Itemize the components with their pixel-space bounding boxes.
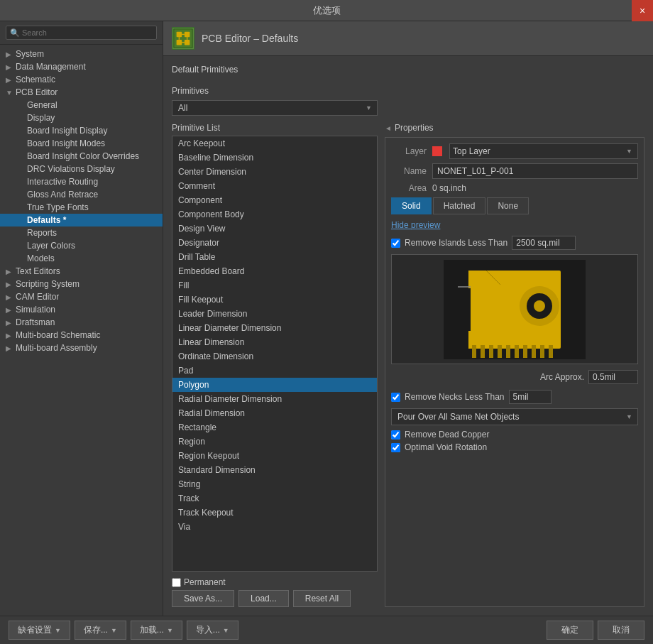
fill-tab-solid[interactable]: Solid	[391, 197, 432, 214]
list-item[interactable]: Track	[172, 491, 377, 506]
sidebar-item-system[interactable]: ▶System	[0, 48, 163, 60]
cancel-button[interactable]: 取消	[598, 621, 644, 640]
content-area: 🔍 ▶System▶Data Management▶Schematic▼PCB …	[0, 21, 653, 616]
remove-islands-input[interactable]	[512, 236, 576, 250]
close-button[interactable]: ×	[632, 0, 653, 21]
list-item[interactable]: Linear Dimension	[172, 335, 377, 349]
list-item[interactable]: Center Dimension	[172, 165, 377, 179]
list-item[interactable]: Arc Keepout	[172, 136, 377, 151]
arc-approx-input[interactable]	[588, 370, 638, 384]
search-wrapper: 🔍	[6, 26, 157, 40]
sidebar-item-text-editors[interactable]: ▶Text Editors	[0, 265, 163, 278]
sidebar-item-draftsman[interactable]: ▶Draftsman	[0, 316, 163, 329]
sidebar-item-display[interactable]: Display	[0, 111, 163, 124]
sidebar-item-multi-board-assembly[interactable]: ▶Multi-board Assembly	[0, 342, 163, 354]
list-item[interactable]: Standard Dimension	[172, 463, 377, 477]
title-bar-title: 优选项	[313, 4, 341, 17]
list-item[interactable]: Pad	[172, 364, 377, 378]
sidebar-item-reports[interactable]: Reports	[0, 227, 163, 239]
layer-label: Layer	[391, 146, 427, 156]
properties-title: Properties	[395, 123, 434, 133]
sidebar-item-schematic[interactable]: ▶Schematic	[0, 73, 163, 86]
list-item[interactable]: Polygon	[172, 378, 377, 392]
import-dropdown-arrow: ▼	[223, 627, 229, 634]
sidebar-item-defaults[interactable]: Defaults *	[0, 214, 163, 227]
sidebar-item-pcb-editor[interactable]: ▼PCB Editor	[0, 86, 163, 99]
sidebar-item-label: True Type Fonts	[27, 202, 89, 212]
remove-necks-checkbox[interactable]	[391, 393, 400, 402]
sidebar-item-models[interactable]: Models	[0, 252, 163, 265]
fill-tab-none[interactable]: None	[487, 197, 529, 214]
sidebar-item-gloss-and-retrace[interactable]: Gloss And Retrace	[0, 188, 163, 201]
save-label: 保存...	[84, 624, 108, 636]
search-input[interactable]	[6, 26, 157, 40]
sidebar-item-layer-colors[interactable]: Layer Colors	[0, 239, 163, 252]
layer-select[interactable]: Top Layer	[449, 143, 638, 159]
sidebar-item-true-type-fonts[interactable]: True Type Fonts	[0, 201, 163, 214]
sidebar-item-data-management[interactable]: ▶Data Management	[0, 60, 163, 73]
sidebar-item-board-insight-modes[interactable]: Board Insight Modes	[0, 137, 163, 150]
arrow-icon: ▶	[6, 344, 13, 352]
sidebar-item-cam-editor[interactable]: ▶CAM Editor	[0, 290, 163, 303]
sidebar-item-board-insight-color-overrides[interactable]: Board Insight Color Overrides	[0, 150, 163, 163]
sidebar-item-label: Board Insight Display	[27, 126, 107, 136]
pour-select[interactable]: Pour Over All Same Net ObjectsPour Over …	[391, 408, 638, 425]
sidebar-item-label: PCB Editor	[16, 87, 57, 97]
name-label: Name	[391, 166, 427, 176]
list-item[interactable]: Designator	[172, 236, 377, 250]
ok-button[interactable]: 确定	[547, 621, 593, 640]
sidebar-item-scripting-system[interactable]: ▶Scripting System	[0, 278, 163, 290]
list-item[interactable]: Region	[172, 435, 377, 449]
list-item[interactable]: Rectangle	[172, 420, 377, 435]
list-item[interactable]: Ordinate Dimension	[172, 349, 377, 364]
list-item[interactable]: Via	[172, 520, 377, 534]
list-item[interactable]: Fill Keepout	[172, 293, 377, 307]
preset-button[interactable]: 缺省设置 ▼	[9, 621, 70, 640]
load-button[interactable]: Load...	[238, 590, 289, 607]
list-item[interactable]: Component	[172, 193, 377, 207]
panel-header: PCB Editor – Defaults	[163, 21, 653, 56]
fill-tabs: Solid Hatched None	[391, 197, 638, 214]
primitives-select[interactable]: All	[172, 100, 378, 116]
sidebar-item-multi-board-schematic[interactable]: ▶Multi-board Schematic	[0, 329, 163, 342]
list-item[interactable]: Leader Dimension	[172, 307, 377, 321]
main-panel: PCB Editor – Defaults Default Primitives…	[163, 21, 653, 616]
remove-dead-copper-checkbox[interactable]	[391, 430, 400, 440]
list-item[interactable]: Radial Diameter Dimension	[172, 392, 377, 406]
arc-approx-label: Arc Approx.	[540, 372, 584, 382]
reset-all-button[interactable]: Reset All	[293, 590, 351, 607]
sidebar-item-drc-violations-display[interactable]: DRC Violations Display	[0, 163, 163, 175]
save-as-button[interactable]: Save As...	[172, 590, 234, 607]
import-button[interactable]: 导入... ▼	[187, 621, 238, 640]
list-item[interactable]: Drill Table	[172, 250, 377, 264]
list-item[interactable]: Radial Dimension	[172, 406, 377, 420]
permanent-checkbox[interactable]	[172, 578, 181, 587]
save-button[interactable]: 保存... ▼	[75, 621, 126, 640]
list-item[interactable]: Fill	[172, 278, 377, 293]
list-item[interactable]: Linear Diameter Dimension	[172, 321, 377, 335]
sidebar-item-general[interactable]: General	[0, 99, 163, 111]
name-input[interactable]	[432, 163, 638, 179]
hide-preview-link[interactable]: Hide preview	[391, 220, 638, 230]
list-item[interactable]: Design View	[172, 222, 377, 236]
list-item[interactable]: Embedded Board	[172, 264, 377, 278]
list-item[interactable]: Component Body	[172, 207, 377, 222]
sidebar-item-board-insight-display[interactable]: Board Insight Display	[0, 124, 163, 137]
remove-necks-input[interactable]	[509, 390, 552, 404]
list-item[interactable]: Track Keepout	[172, 506, 377, 520]
sidebar-item-interactive-routing[interactable]: Interactive Routing	[0, 175, 163, 188]
remove-islands-checkbox[interactable]	[391, 239, 400, 248]
sidebar-item-label: Layer Colors	[27, 241, 75, 251]
properties-label: ◄ Properties	[385, 123, 644, 133]
list-item[interactable]: Comment	[172, 179, 377, 193]
list-item[interactable]: Region Keepout	[172, 449, 377, 463]
fill-tab-hatched[interactable]: Hatched	[433, 197, 486, 214]
list-item[interactable]: Baseline Dimension	[172, 151, 377, 165]
load-bottom-button[interactable]: 加载... ▼	[131, 621, 182, 640]
svg-rect-22	[540, 345, 544, 358]
optimal-void-rotation-checkbox[interactable]	[391, 443, 400, 452]
sidebar-item-simulation[interactable]: ▶Simulation	[0, 303, 163, 316]
arrow-icon: ▶	[6, 280, 13, 288]
list-item[interactable]: String	[172, 477, 377, 491]
svg-rect-15	[481, 345, 485, 358]
